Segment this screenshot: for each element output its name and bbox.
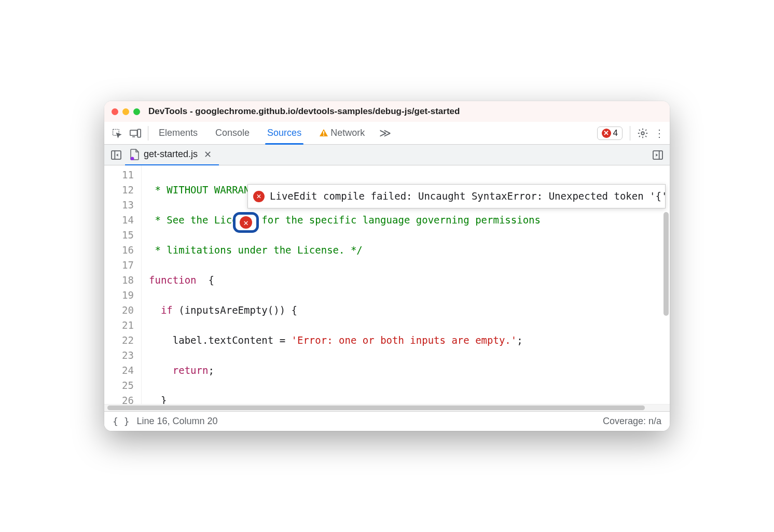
close-window-button[interactable]	[112, 108, 118, 115]
file-tab[interactable]: get-started.js ✕	[125, 145, 219, 166]
pretty-print-button[interactable]: { }	[113, 416, 130, 427]
error-count: 4	[613, 128, 618, 138]
svg-rect-1	[130, 130, 137, 135]
line-number: 15	[108, 228, 134, 243]
svg-rect-3	[323, 131, 324, 134]
file-tab-close-button[interactable]: ✕	[202, 149, 214, 160]
more-tabs-button[interactable]: ≫	[375, 127, 395, 140]
error-icon: ✕	[253, 191, 265, 202]
toolbar-divider	[148, 126, 148, 141]
panel-tabs: Elements Console Sources Network ≫	[151, 122, 593, 144]
line-number: 12	[108, 183, 134, 198]
code-line: return;	[149, 363, 666, 378]
code-content[interactable]: * WITHOUT WARRANTIES OR CONDITIONS OF AN…	[142, 165, 670, 404]
code-editor[interactable]: 11 12 13 14 15 16 17 18 19 20 21 22 23 2…	[104, 165, 670, 404]
titlebar: DevTools - googlechrome.github.io/devtoo…	[104, 101, 670, 122]
error-count-badge[interactable]: ✕ 4	[597, 127, 623, 140]
line-number: 24	[108, 363, 134, 378]
svg-rect-4	[323, 135, 324, 136]
code-line: * limitations under the License. */	[149, 243, 666, 258]
file-icon	[130, 149, 140, 160]
line-number: 26	[108, 393, 134, 404]
code-line: function {	[149, 273, 666, 288]
cursor-position: Line 16, Column 20	[137, 416, 218, 427]
more-options-button[interactable]: ⋮	[652, 127, 667, 139]
line-number: 13	[108, 198, 134, 213]
tab-network-label: Network	[330, 128, 365, 138]
line-number: 14	[108, 213, 134, 228]
line-number: 25	[108, 378, 134, 393]
settings-button[interactable]	[633, 128, 652, 139]
minimize-window-button[interactable]	[122, 108, 129, 115]
inspect-element-button[interactable]	[107, 124, 126, 143]
line-number: 11	[108, 167, 134, 183]
window-title: DevTools - googlechrome.github.io/devtoo…	[148, 106, 460, 117]
sources-toolbar: get-started.js ✕	[104, 145, 670, 165]
horizontal-scrollbar[interactable]	[104, 404, 670, 411]
line-number: 19	[108, 288, 134, 303]
line-number: 18	[108, 273, 134, 288]
device-toolbar-button[interactable]	[126, 124, 145, 143]
code-line: label.textContent = 'Error: one or both …	[149, 333, 666, 348]
syntax-error-marker[interactable]: ✕	[233, 212, 259, 233]
devtools-window: DevTools - googlechrome.github.io/devtoo…	[104, 101, 670, 431]
line-number: 16	[108, 243, 134, 258]
error-tooltip: ✕ LiveEdit compile failed: Uncaught Synt…	[247, 184, 666, 208]
error-icon: ✕	[602, 129, 611, 138]
svg-rect-2	[137, 129, 141, 137]
traffic-lights	[112, 108, 140, 115]
tab-network[interactable]: Network	[312, 122, 372, 144]
line-number-gutter: 11 12 13 14 15 16 17 18 19 20 21 22 23 2…	[104, 165, 142, 404]
statusbar: { } Line 16, Column 20 Coverage: n/a	[104, 411, 670, 431]
vertical-scrollbar[interactable]	[664, 212, 669, 316]
coverage-status: Coverage: n/a	[603, 416, 661, 427]
code-line: if (inputsAreEmpty()) {	[149, 303, 666, 318]
error-icon: ✕	[240, 216, 252, 229]
main-toolbar: Elements Console Sources Network ≫ ✕ 4 ⋮	[104, 122, 670, 145]
tab-console[interactable]: Console	[208, 122, 257, 144]
line-number: 20	[108, 303, 134, 318]
show-debugger-button[interactable]	[649, 146, 667, 164]
code-line: * See the License for the specific langu…	[149, 213, 666, 228]
file-tab-name: get-started.js	[144, 149, 198, 160]
warning-icon	[319, 129, 328, 137]
maximize-window-button[interactable]	[133, 108, 140, 115]
line-number: 23	[108, 348, 134, 363]
line-number: 21	[108, 318, 134, 333]
line-number: 17	[108, 258, 134, 273]
error-tooltip-message: LiveEdit compile failed: Uncaught Syntax…	[270, 189, 667, 204]
code-line: }	[149, 393, 666, 404]
tab-sources[interactable]: Sources	[260, 122, 309, 144]
toolbar-divider	[630, 126, 630, 141]
show-navigator-button[interactable]	[107, 146, 125, 164]
svg-point-5	[641, 132, 644, 135]
line-number: 22	[108, 333, 134, 348]
tab-elements[interactable]: Elements	[151, 122, 205, 144]
